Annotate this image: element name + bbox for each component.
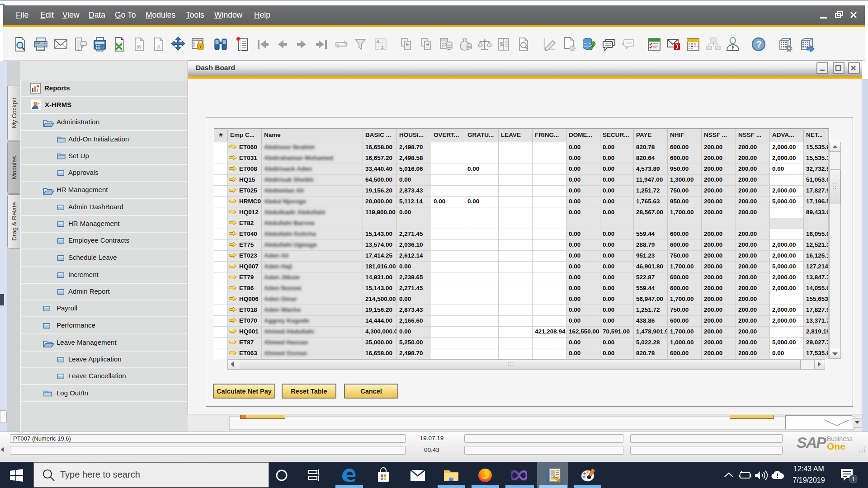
svg-text:$: $ [500, 41, 503, 47]
svg-text:z: z [381, 44, 384, 50]
svg-text:A: A [376, 39, 380, 44]
svg-text:?: ? [756, 39, 762, 49]
svg-text:W: W [137, 44, 142, 50]
svg-text:A: A [157, 44, 161, 50]
svg-text:1: 1 [852, 476, 855, 483]
